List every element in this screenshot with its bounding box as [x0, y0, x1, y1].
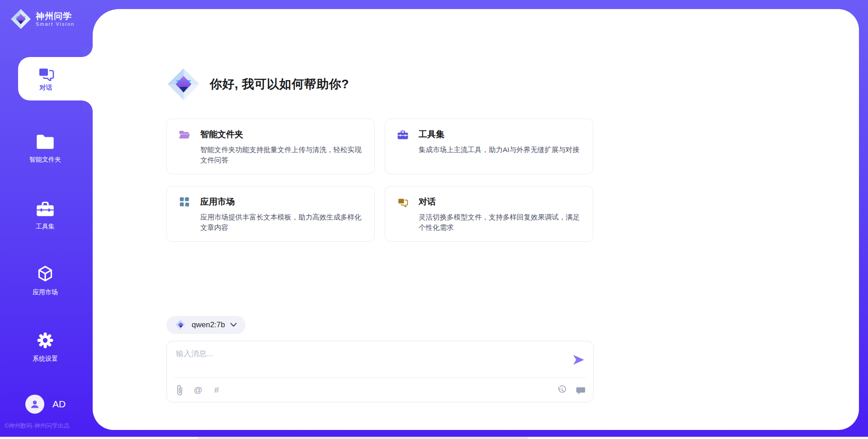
card-app-market[interactable]: 应用市场 应用市场提供丰富长文本模板，助力高效生成多样化文章内容: [166, 186, 375, 242]
card-description: 应用市场提供丰富长文本模板，助力高效生成多样化文章内容: [200, 212, 363, 233]
sidebar-item-label: 工具集: [0, 223, 90, 231]
chat-bubbles-icon: [37, 66, 56, 81]
card-title: 对话: [419, 196, 436, 208]
sidebar-item-toolset[interactable]: 工具集: [0, 199, 90, 231]
sidebar: 神州问学 Smart Vision 对话 智能文件夹 工具集 应用市场: [0, 0, 93, 439]
feature-cards: 智能文件夹 智能文件夹功能支持批量文件上传与清洗，轻松实现文件问答 工具集 集成…: [166, 119, 594, 242]
history-icon[interactable]: [557, 384, 567, 396]
copyright: ©神州数码·神州问学出品: [5, 422, 70, 430]
card-title: 应用市场: [200, 196, 235, 208]
folder-icon: [35, 132, 55, 150]
message-icon[interactable]: [575, 384, 586, 396]
brand-logo-diamond-icon: [10, 8, 32, 30]
card-chat[interactable]: 对话 灵活切换多模型文件，支持多样回复效果调试，满足个性化需求: [385, 186, 593, 242]
brand-name: 神州问学: [36, 11, 75, 21]
model-name: qwen2:7b: [192, 320, 225, 329]
apps-grid-icon: [179, 196, 190, 207]
scrollbar-thumb[interactable]: [198, 437, 528, 439]
toolbox-icon: [35, 199, 55, 217]
paperclip-icon[interactable]: [174, 384, 185, 396]
horizontal-scrollbar[interactable]: [0, 437, 868, 439]
card-toolset[interactable]: 工具集 集成市场上主流工具，助力AI与外界无缝扩展与对接: [385, 119, 593, 174]
card-description: 集成市场上主流工具，助力AI与外界无缝扩展与对接: [419, 144, 581, 155]
user-icon: [29, 398, 41, 410]
user-profile[interactable]: AD: [25, 395, 66, 414]
main-content: 你好, 我可以如何帮助你? 智能文件夹 智能文件夹功能支持批量文件上传与清洗，轻…: [166, 0, 594, 402]
at-icon[interactable]: @: [193, 384, 203, 396]
model-selector[interactable]: qwen2:7b: [166, 316, 245, 334]
card-smart-folders[interactable]: 智能文件夹 智能文件夹功能支持批量文件上传与清洗，轻松实现文件问答: [166, 119, 375, 174]
user-name: AD: [52, 399, 66, 410]
hash-icon[interactable]: #: [211, 384, 222, 396]
card-description: 灵活切换多模型文件，支持多样回复效果调试，满足个性化需求: [419, 212, 581, 233]
sidebar-item-app-market[interactable]: 应用市场: [0, 265, 90, 296]
tab-top-fillet: [82, 46, 93, 57]
folder-open-icon: [179, 129, 190, 140]
chat-bubbles-icon: [397, 196, 409, 207]
composer-toolbar: @ #: [174, 377, 586, 402]
briefcase-icon: [397, 129, 409, 140]
sidebar-item-smart-folders[interactable]: 智能文件夹: [0, 132, 90, 164]
card-title: 智能文件夹: [200, 129, 243, 140]
sidebar-item-label: 系统设置: [0, 355, 90, 363]
sidebar-item-settings[interactable]: 系统设置: [0, 331, 90, 363]
avatar: [25, 395, 44, 414]
send-icon[interactable]: [572, 354, 585, 366]
cube-icon: [35, 265, 55, 283]
card-description: 智能文件夹功能支持批量文件上传与清洗，轻松实现文件问答: [200, 144, 363, 166]
message-composer: @ #: [166, 341, 594, 402]
card-title: 工具集: [419, 129, 444, 140]
greeting-logo-diamond-icon: [166, 67, 201, 101]
sidebar-item-label: 应用市场: [0, 288, 90, 296]
chevron-down-icon: [230, 323, 237, 327]
sidebar-item-chat[interactable]: 对话: [18, 57, 93, 100]
greeting: 你好, 我可以如何帮助你?: [166, 67, 594, 101]
message-input[interactable]: [176, 348, 560, 375]
brand-subtitle: Smart Vision: [36, 21, 75, 27]
tab-bottom-fillet: [82, 100, 93, 111]
diamond-logo-icon: [175, 319, 187, 331]
brand: 神州问学 Smart Vision: [10, 8, 75, 30]
sidebar-item-label: 智能文件夹: [0, 156, 90, 164]
sidebar-item-label: 对话: [40, 84, 52, 92]
greeting-title: 你好, 我可以如何帮助你?: [210, 76, 349, 92]
gear-icon: [35, 331, 55, 349]
